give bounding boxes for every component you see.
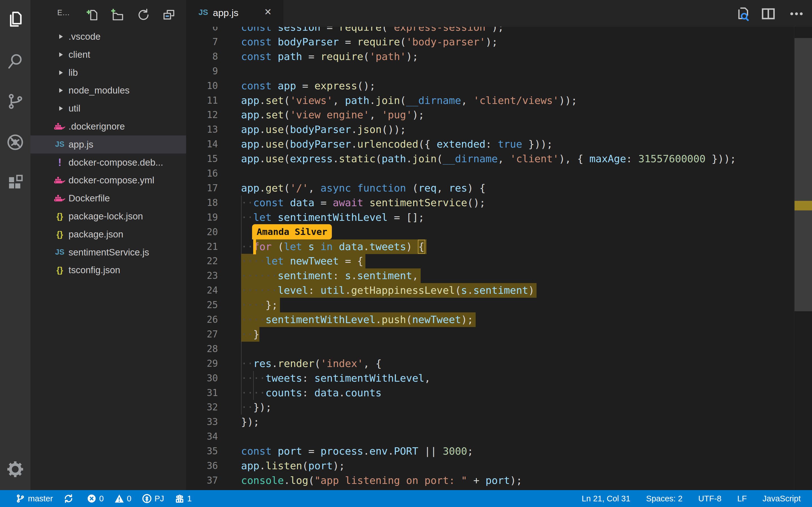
activitybar-settings-icon[interactable] [6,460,24,478]
code-line-32[interactable]: ··}); [241,400,271,414]
collapse-all-icon[interactable] [162,8,176,22]
status-errors[interactable]: 0 [87,494,104,503]
new-file-icon[interactable] [86,8,100,22]
line-number: 10 [186,78,218,93]
file-row-sentimentservice-js[interactable]: JSsentimentService.js [31,243,186,262]
status-eol[interactable]: LF [737,494,747,503]
file-row-docker-compose-deb-[interactable]: !docker-compose.deb... [31,154,186,172]
status-participants[interactable]: 1 [175,494,192,503]
code-line-13[interactable]: app.use(bodyParser.json()); [241,122,406,137]
line-number: 25 [186,298,218,313]
code-line-11[interactable]: app.set('views', path.join(__dirname, 'c… [241,93,577,108]
file-row-app-js[interactable]: JSapp.js [31,135,186,154]
code-line-30[interactable]: ····tweets: sentimentWithLevel, [241,371,430,386]
new-folder-icon[interactable] [111,8,125,22]
tab-bar: JS app.js × [186,0,812,27]
code-line-12[interactable]: app.set('view engine', 'pug'); [241,108,424,122]
code-line-8[interactable]: const path = require('path'); [241,49,418,64]
line-number: 14 [186,137,218,152]
split-editor-icon[interactable] [761,6,776,21]
docker-whale-icon [52,193,67,204]
code-line-33[interactable]: }); [241,414,259,429]
file-row-docker-compose-yml[interactable]: docker-compose.yml [31,171,186,189]
status-encoding[interactable]: UTF-8 [698,494,721,503]
file-row--vscode[interactable]: .vscode [31,27,186,46]
code-line-23[interactable]: ······sentiment: s.sentiment, [241,269,418,283]
js-file-icon: JS [199,8,208,17]
json-file-icon: {} [52,211,67,222]
line-number: 7 [186,35,218,49]
tab-app-js[interactable]: JS app.js × [186,0,283,27]
status-live-share-session[interactable]: PJ [142,494,164,503]
status-cursor-position[interactable]: Ln 21, Col 31 [581,494,630,503]
activitybar-extensions-icon[interactable] [6,174,24,192]
more-actions-icon[interactable] [789,6,804,21]
file-name: Dockerfile [68,193,110,204]
file-row--dockerignore[interactable]: .dockerignore [31,117,186,135]
line-number: 27 [186,327,218,342]
code-line-14[interactable]: app.use(bodyParser.urlencoded({ extended… [241,137,553,152]
code-line-26[interactable]: ····sentimentWithLevel.push(newTweet); [241,313,473,327]
code-line-15[interactable]: app.use(express.static(path.join(__dirna… [241,152,736,166]
line-number: 16 [186,166,218,181]
scrollbar-thumb[interactable] [795,38,812,311]
code-line-31[interactable]: ····counts: data.counts [241,386,382,400]
activitybar-search-icon[interactable] [6,52,24,70]
line-number: 37 [186,473,218,488]
code-line-10[interactable]: const app = express(); [241,78,375,93]
status-sync[interactable] [64,494,76,503]
status-label: Ln 21, Col 31 [581,494,630,503]
json-file-icon: {} [52,229,67,240]
code-line-17[interactable]: app.get('/', async function (req, res) { [241,181,486,195]
line-number: 11 [186,93,218,108]
code-line-27[interactable]: ··} [241,327,259,342]
line-number: 6 [186,27,218,35]
find-in-files-icon[interactable] [734,6,749,21]
line-number: 24 [186,283,218,298]
code-line-25[interactable]: ····}; [241,298,278,313]
line-number: 32 [186,400,218,414]
file-row-client[interactable]: client [31,46,186,64]
line-number: 26 [186,313,218,327]
status-indentation[interactable]: Spaces: 2 [646,494,682,503]
people-icon [175,494,185,503]
file-row-tsconfig-json[interactable]: {}tsconfig.json [31,261,186,279]
code-line-21[interactable]: ··for (let s in data.tweets) { [241,239,424,254]
code-line-22[interactable]: ····let newTweet = { [241,254,363,269]
file-name: sentimentService.js [68,247,149,258]
close-tab-icon[interactable]: × [264,5,271,18]
file-name: client [68,49,90,60]
code-line-7[interactable]: const bodyParser = require('body-parser'… [241,35,498,49]
code-line-6[interactable]: const session = require('express-session… [241,27,504,35]
line-number: 8 [186,49,218,64]
line-number: 13 [186,122,218,137]
status-warnings[interactable]: 0 [114,494,132,503]
line-number: 23 [186,269,218,283]
refresh-icon[interactable] [137,8,151,22]
file-row-node-modules[interactable]: node_modules [31,81,186,100]
file-row-lib[interactable]: lib [31,64,186,82]
file-row-dockerfile[interactable]: Dockerfile [31,189,186,207]
activitybar-explorer-icon[interactable] [6,11,24,29]
line-number: 21 [186,239,218,254]
code-line-18[interactable]: ··const data = await sentimentService(); [241,195,486,210]
activitybar-debug-icon[interactable] [6,133,24,151]
code-line-19[interactable]: ··let sentimentWithLevel = []; [241,210,424,225]
file-name: package-lock.json [68,211,143,222]
file-row-package-json[interactable]: {}package.json [31,225,186,243]
js-file-icon: JS [52,247,67,258]
activity-bar [0,0,31,490]
file-row-util[interactable]: util [31,100,186,117]
file-row-package-lock-json[interactable]: {}package-lock.json [31,207,186,225]
line-number: 15 [186,152,218,166]
code-line-37[interactable]: console.log("app listening on port: " + … [241,473,522,488]
code-line-36[interactable]: app.listen(port); [241,459,345,473]
code-line-35[interactable]: const port = process.env.PORT || 3000; [241,444,473,459]
status-git-branch[interactable]: master [15,494,53,503]
code-editor[interactable]: 6const session = require('express-sessio… [186,27,794,490]
activitybar-source-control-icon[interactable] [6,93,24,110]
code-line-24[interactable]: ······level: util.getHappinessLevel(s.se… [241,283,534,298]
code-line-29[interactable]: ··res.render('index', { [241,356,382,371]
status-language-mode[interactable]: JavaScript [763,494,801,503]
branch-icon [15,494,25,503]
